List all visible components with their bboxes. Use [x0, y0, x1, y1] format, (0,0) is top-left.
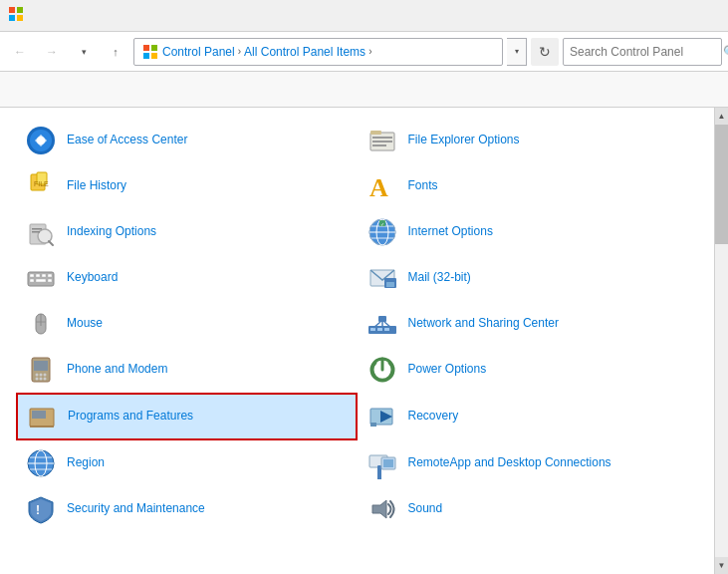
- close-button[interactable]: [674, 0, 720, 32]
- svg-rect-2: [9, 15, 15, 21]
- remoteapp-icon: [366, 447, 398, 479]
- keyboard-label: Keyboard: [67, 270, 118, 286]
- file-explorer-icon: [366, 125, 398, 156]
- svg-rect-13: [372, 137, 392, 139]
- file-history-icon: FILE: [25, 170, 57, 202]
- restore-button[interactable]: [628, 0, 674, 32]
- svg-point-57: [36, 374, 39, 377]
- panel-item-keyboard[interactable]: Keyboard: [16, 255, 358, 301]
- path-segment-2[interactable]: All Control Panel Items: [244, 45, 365, 59]
- power-options-label: Power Options: [408, 362, 487, 378]
- mail-label: Mail (32-bit): [408, 270, 471, 286]
- keyboard-icon: [25, 262, 57, 294]
- sound-label: Sound: [408, 501, 443, 517]
- panel-item-sound[interactable]: Sound: [358, 486, 699, 532]
- svg-rect-73: [370, 423, 376, 427]
- scrollbar[interactable]: ▲ ▼: [714, 108, 728, 574]
- region-label: Region: [67, 455, 105, 471]
- mouse-label: Mouse: [67, 316, 103, 332]
- phone-modem-label: Phone and Modem: [67, 362, 167, 378]
- panel-item-file-explorer[interactable]: File Explorer Options: [358, 118, 699, 163]
- svg-rect-82: [383, 459, 393, 467]
- recovery-label: Recovery: [408, 409, 459, 425]
- back-button[interactable]: ←: [6, 38, 34, 66]
- svg-rect-5: [151, 45, 157, 51]
- panel-item-phone-modem[interactable]: Phone and Modem: [16, 347, 358, 393]
- svg-rect-80: [377, 465, 381, 479]
- svg-point-61: [40, 378, 43, 381]
- region-icon: [25, 447, 57, 479]
- search-input[interactable]: [570, 45, 719, 59]
- indexing-options-icon: [25, 216, 57, 248]
- panel-item-mouse[interactable]: Mouse: [16, 301, 358, 347]
- programs-features-icon: [26, 401, 58, 432]
- address-path[interactable]: Control Panel › All Control Panel Items …: [133, 38, 503, 66]
- panel-item-programs-features[interactable]: Programs and Features: [16, 393, 358, 440]
- svg-rect-50: [384, 328, 389, 331]
- scrollbar-up-button[interactable]: ▲: [715, 108, 729, 125]
- fonts-icon: A: [366, 170, 398, 202]
- svg-rect-69: [46, 419, 50, 425]
- panel-item-file-history[interactable]: FILEFile History: [16, 163, 358, 209]
- panel-item-indexing-options[interactable]: Indexing Options: [16, 209, 358, 255]
- svg-point-58: [40, 374, 43, 377]
- svg-rect-56: [34, 361, 48, 371]
- indexing-options-label: Indexing Options: [67, 224, 156, 240]
- refresh-button[interactable]: ↻: [531, 38, 559, 66]
- svg-rect-38: [30, 279, 34, 282]
- file-history-label: File History: [67, 178, 126, 194]
- remoteapp-label: RemoteApp and Desktop Connections: [408, 455, 611, 471]
- address-dropdown-button[interactable]: ▾: [507, 38, 527, 66]
- svg-rect-66: [32, 411, 46, 419]
- svg-rect-12: [370, 131, 381, 135]
- minimize-button[interactable]: [583, 0, 628, 32]
- file-explorer-label: File Explorer Options: [408, 133, 520, 148]
- svg-point-60: [36, 378, 39, 381]
- content-area: Ease of Access CenterFile Explorer Optio…: [0, 108, 728, 574]
- svg-point-59: [44, 374, 47, 377]
- up-button[interactable]: ↑: [102, 38, 129, 66]
- panel-item-remoteapp[interactable]: RemoteApp and Desktop Connections: [358, 440, 699, 486]
- svg-rect-67: [34, 419, 38, 425]
- recovery-icon: [366, 401, 398, 432]
- panel-item-network-sharing[interactable]: Network and Sharing Center: [358, 301, 699, 347]
- scrollbar-thumb[interactable]: [715, 125, 728, 244]
- recent-locations-button[interactable]: ▾: [70, 38, 98, 66]
- svg-rect-6: [143, 53, 149, 59]
- internet-options-icon: ✓: [366, 216, 398, 248]
- panel-item-region[interactable]: Region: [16, 440, 358, 486]
- programs-features-label: Programs and Features: [68, 409, 193, 425]
- panel-item-power-options[interactable]: Power Options: [358, 347, 699, 393]
- items-grid: Ease of Access CenterFile Explorer Optio…: [0, 108, 714, 574]
- svg-rect-36: [42, 274, 46, 277]
- svg-point-62: [44, 378, 47, 381]
- ease-of-access-label: Ease of Access Center: [67, 133, 187, 148]
- scrollbar-down-button[interactable]: ▼: [715, 557, 729, 574]
- svg-rect-3: [17, 15, 23, 21]
- window-controls: [583, 0, 720, 32]
- panel-item-security-maintenance[interactable]: !Security and Maintenance: [16, 486, 358, 532]
- svg-rect-34: [30, 274, 34, 277]
- panel-item-mail[interactable]: Mail (32-bit): [358, 255, 699, 301]
- path-segment-1[interactable]: Control Panel: [162, 45, 235, 59]
- panel-item-recovery[interactable]: Recovery: [358, 393, 699, 440]
- network-sharing-icon: [366, 308, 398, 340]
- panel-item-fonts[interactable]: AFonts: [358, 163, 699, 209]
- svg-rect-15: [372, 144, 386, 146]
- title-bar: [0, 0, 728, 32]
- scrollbar-thumb-area: [715, 125, 728, 557]
- svg-rect-68: [40, 419, 44, 425]
- network-sharing-label: Network and Sharing Center: [408, 316, 559, 332]
- security-maintenance-label: Security and Maintenance: [67, 501, 205, 517]
- svg-rect-40: [48, 279, 52, 282]
- internet-options-label: Internet Options: [408, 224, 493, 240]
- panel-item-ease-of-access[interactable]: Ease of Access Center: [16, 118, 358, 163]
- svg-text:✓: ✓: [380, 221, 384, 227]
- search-icon: 🔍: [723, 45, 728, 59]
- forward-button[interactable]: →: [38, 38, 66, 66]
- svg-marker-84: [372, 500, 386, 518]
- fonts-label: Fonts: [408, 178, 438, 194]
- mail-icon: [366, 262, 398, 294]
- panel-item-internet-options[interactable]: ✓Internet Options: [358, 209, 699, 255]
- svg-text:!: !: [36, 503, 40, 517]
